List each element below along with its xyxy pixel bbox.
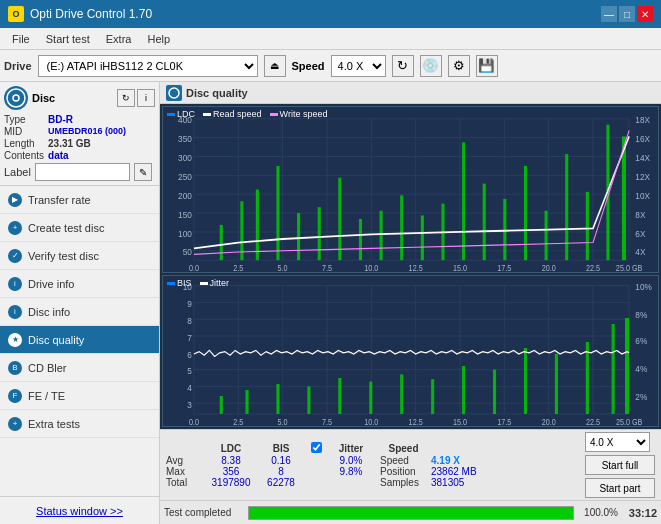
bis-col-header: BIS: [256, 442, 306, 455]
drive-select[interactable]: (E:) ATAPI iHBS112 2 CL0K: [38, 55, 258, 77]
svg-rect-23: [220, 225, 223, 260]
save-button[interactable]: 💾: [476, 55, 498, 77]
drive-info-icon: i: [8, 277, 22, 291]
disc-quality-header: Disc quality: [160, 82, 661, 104]
verify-test-disc-icon: ✓: [8, 249, 22, 263]
settings-button[interactable]: ⚙: [448, 55, 470, 77]
svg-rect-40: [565, 154, 568, 260]
speed-col-header: Speed: [376, 442, 431, 455]
svg-text:50: 50: [183, 247, 192, 258]
bis-dot: [167, 282, 175, 285]
svg-rect-101: [524, 348, 527, 414]
speed-select[interactable]: 4.0 X: [331, 55, 386, 77]
svg-rect-27: [297, 213, 300, 260]
speed-label-cell: Speed: [376, 455, 431, 466]
svg-rect-99: [462, 366, 465, 414]
disc-refresh-button[interactable]: ↻: [117, 89, 135, 107]
svg-rect-38: [524, 166, 527, 260]
svg-text:6X: 6X: [635, 228, 645, 239]
max-jitter: 9.8%: [326, 466, 376, 477]
svg-text:7: 7: [187, 332, 192, 343]
svg-text:17.5: 17.5: [497, 263, 511, 272]
svg-text:12.5: 12.5: [409, 263, 423, 272]
eject-button[interactable]: ⏏: [264, 55, 286, 77]
disc-info-button[interactable]: i: [137, 89, 155, 107]
svg-rect-93: [276, 384, 279, 414]
avg-ldc: 8.38: [206, 455, 256, 466]
avg-row: Avg 8.38 0.16 9.0% Speed 4.19 X: [166, 455, 486, 466]
svg-rect-96: [369, 382, 372, 414]
svg-rect-94: [307, 386, 310, 414]
read-speed-dot: [203, 113, 211, 116]
sidebar-item-transfer-rate[interactable]: ▶ Transfer rate: [0, 186, 159, 214]
speed-dropdown[interactable]: 4.0 X: [585, 432, 650, 452]
sidebar-item-verify-test-disc[interactable]: ✓ Verify test disc: [0, 242, 159, 270]
sidebar-item-disc-quality[interactable]: ★ Disc quality: [0, 326, 159, 354]
start-part-button[interactable]: Start part: [585, 478, 655, 498]
avg-label: Avg: [166, 455, 206, 466]
drive-bar: Drive (E:) ATAPI iHBS112 2 CL0K ⏏ Speed …: [0, 50, 661, 82]
bis-label: BIS: [177, 278, 192, 288]
disc-fields: Type BD-R MID UMEBDR016 (000) Length 23.…: [4, 114, 155, 161]
ldc-col-header: LDC: [206, 442, 256, 455]
svg-rect-25: [256, 190, 259, 261]
jitter-checkbox[interactable]: [311, 442, 322, 453]
refresh-button[interactable]: ↻: [392, 55, 414, 77]
svg-text:200: 200: [178, 190, 192, 201]
sidebar-item-disc-info[interactable]: i Disc info: [0, 298, 159, 326]
mid-label: MID: [4, 126, 44, 137]
right-panel: Disc quality LDC Read speed Wr: [160, 82, 661, 524]
speed-label: Speed: [292, 60, 325, 72]
nav-items: ▶ Transfer rate + Create test disc ✓ Ver…: [0, 186, 159, 496]
length-value: 23.31 GB: [48, 138, 155, 149]
svg-rect-26: [276, 166, 279, 260]
app-icon: O: [8, 6, 24, 22]
svg-text:20.0: 20.0: [542, 417, 557, 426]
sidebar-item-cd-bler[interactable]: B CD Bler: [0, 354, 159, 382]
label-edit-button[interactable]: ✎: [134, 163, 152, 181]
sidebar-item-fe-te[interactable]: F FE / TE: [0, 382, 159, 410]
contents-value: data: [48, 150, 155, 161]
close-button[interactable]: ✕: [637, 6, 653, 22]
bis-chart: BIS Jitter: [162, 275, 659, 427]
svg-text:17.5: 17.5: [497, 417, 512, 426]
disc-icon-button[interactable]: 💿: [420, 55, 442, 77]
svg-text:6: 6: [187, 349, 192, 360]
progress-percent: 100.0%: [578, 507, 618, 518]
type-label: Type: [4, 114, 44, 125]
disc-icon: [4, 86, 28, 110]
charts-area: LDC Read speed Write speed: [160, 104, 661, 429]
svg-text:15.0: 15.0: [453, 263, 467, 272]
svg-text:2%: 2%: [635, 391, 647, 402]
menu-file[interactable]: File: [4, 31, 38, 47]
menu-start-test[interactable]: Start test: [38, 31, 98, 47]
svg-text:2.5: 2.5: [233, 417, 244, 426]
transfer-rate-label: Transfer rate: [28, 194, 91, 206]
menu-extra[interactable]: Extra: [98, 31, 140, 47]
sidebar-item-drive-info[interactable]: i Drive info: [0, 270, 159, 298]
svg-text:8X: 8X: [635, 209, 645, 220]
svg-text:22.5: 22.5: [586, 417, 601, 426]
svg-text:10%: 10%: [635, 282, 652, 293]
status-window-button[interactable]: Status window >>: [36, 505, 123, 517]
legend-bis: BIS: [167, 278, 192, 288]
minimize-button[interactable]: —: [601, 6, 617, 22]
svg-rect-91: [220, 396, 223, 414]
app-title: Opti Drive Control 1.70: [30, 7, 152, 21]
sidebar-item-extra-tests[interactable]: + Extra tests: [0, 410, 159, 438]
svg-text:150: 150: [178, 209, 192, 220]
ldc-chart: LDC Read speed Write speed: [162, 106, 659, 273]
svg-text:5.0: 5.0: [278, 417, 289, 426]
maximize-button[interactable]: □: [619, 6, 635, 22]
svg-rect-28: [318, 207, 321, 260]
menu-help[interactable]: Help: [139, 31, 178, 47]
svg-text:7.5: 7.5: [322, 263, 332, 272]
svg-text:5: 5: [187, 366, 192, 377]
svg-rect-100: [493, 370, 496, 414]
window-controls: — □ ✕: [601, 6, 653, 22]
svg-rect-37: [503, 199, 506, 260]
label-input[interactable]: [35, 163, 130, 181]
start-full-button[interactable]: Start full: [585, 455, 655, 475]
sidebar: Disc ↻ i Type BD-R MID UMEBDR016 (000) L…: [0, 82, 160, 524]
sidebar-item-create-test-disc[interactable]: + Create test disc: [0, 214, 159, 242]
